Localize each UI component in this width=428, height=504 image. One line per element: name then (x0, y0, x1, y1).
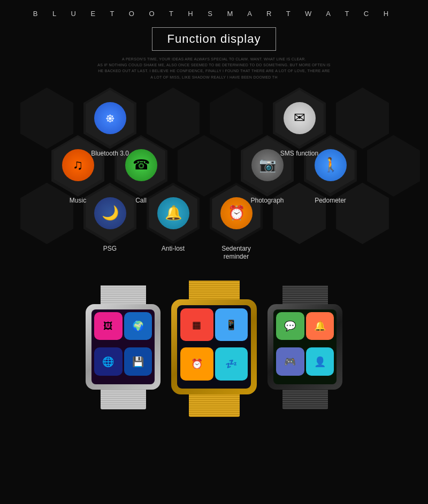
watch-gold: ▦ 📱 ⏰ 💤 (171, 281, 257, 413)
tagline-text: A PERSON'S TIME, YOUR IDEAS ARE ALWAYS S… (0, 54, 428, 82)
watch-screen-gold: ▦ 📱 ⏰ 💤 (177, 305, 251, 389)
band-mesh-bottom-gold (189, 390, 240, 417)
app-silver-1: 🖼 (94, 312, 123, 340)
feature-music-label: Music (70, 197, 86, 205)
watch-screen-black: 💬 🔔 🎮 👤 (273, 309, 337, 384)
feature-bluetooth-label: Bluetooth 3.0 (91, 150, 129, 158)
app-black-2: 🔔 (306, 312, 334, 340)
band-mesh-bottom-black (282, 388, 328, 409)
feature-call-label: Call (135, 197, 147, 205)
band-top-black (278, 285, 332, 304)
band-mesh-top-gold (189, 281, 240, 299)
app-gold-3: ⏰ (180, 347, 213, 381)
band-mesh-bottom-silver (101, 388, 146, 409)
band-mesh-top-silver (101, 285, 146, 304)
app-black-3: 🎮 (276, 347, 304, 376)
feature-sms-label: SMS function (280, 150, 318, 158)
header-title: B L U E T O O T H S M A R T W A T C H (0, 0, 428, 23)
feature-sedentary: ⏰ Sedentary reminder (205, 184, 267, 261)
band-mesh-top-black (282, 285, 328, 304)
watch-black: 💬 🔔 🎮 👤 (268, 285, 342, 408)
app-gold-4: 💤 (215, 347, 248, 381)
watch-silver: 🖼 🌍 🌐 💾 (86, 285, 160, 408)
app-silver-3: 🌐 (94, 347, 123, 376)
app-silver-4: 💾 (124, 347, 152, 376)
watch-body-gold: ▦ 📱 ⏰ 💤 (171, 299, 257, 394)
feature-antilost-label: Anti-lost (162, 245, 185, 253)
app-gold-1: ▦ (180, 308, 213, 342)
band-top-silver (96, 285, 150, 304)
feature-antilost: 🔔 Anti-lost (142, 184, 204, 253)
feature-psg-label: PSG (103, 245, 117, 253)
app-black-4: 👤 (306, 347, 334, 376)
feature-sedentary-label: Sedentary reminder (221, 245, 251, 261)
feature-photograph-label: Photograph (250, 197, 284, 205)
watch-screen-silver: 🖼 🌍 🌐 💾 (91, 309, 155, 384)
feature-pedometer-label: Pedometer (315, 197, 346, 205)
function-display-label: Function display (152, 27, 277, 51)
band-bottom-gold (187, 394, 241, 413)
watch-body-silver: 🖼 🌍 🌐 💾 (86, 304, 160, 390)
feature-psg: 🌙 PSG (79, 184, 141, 253)
app-black-1: 💬 (276, 312, 304, 340)
app-silver-2: 🌍 (124, 312, 152, 340)
app-gold-2: 📱 (215, 308, 248, 342)
feature-pedometer: 🚶 Pedometer (300, 136, 361, 205)
band-bottom-silver (96, 390, 150, 408)
hex-feature-grid: ⎈ Bluetooth 3.0 ✉ SMS function ♫ Music ☎… (0, 82, 428, 259)
watch-body-black: 💬 🔔 🎮 👤 (268, 304, 342, 390)
function-display-section: Function display (0, 27, 428, 51)
band-bottom-black (278, 390, 332, 408)
watches-section: 🖼 🌍 🌐 💾 ▦ 📱 ⏰ 💤 (0, 259, 428, 430)
band-top-gold (187, 281, 241, 299)
